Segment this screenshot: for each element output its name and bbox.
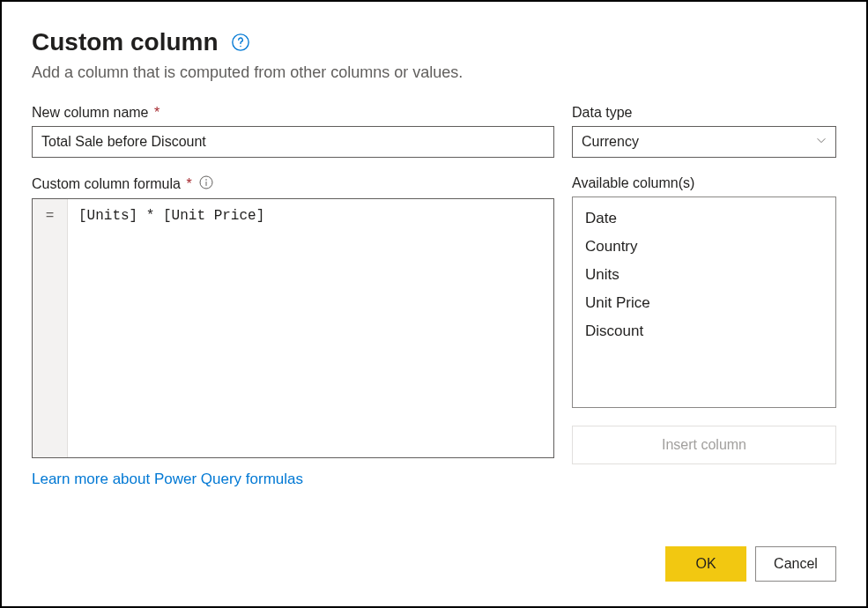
custom-column-dialog: Custom column Add a column that is compu… <box>0 0 868 608</box>
formula-text[interactable]: [Units] * [Unit Price] <box>68 199 553 457</box>
formula-label: Custom column formula * <box>32 176 192 192</box>
dialog-title: Custom column <box>32 28 219 56</box>
learn-more-link[interactable]: Learn more about Power Query formulas <box>32 471 303 488</box>
dialog-description: Add a column that is computed from other… <box>32 63 836 82</box>
ok-button[interactable]: OK <box>665 546 746 582</box>
formula-editor[interactable]: = [Units] * [Unit Price] <box>32 198 554 458</box>
required-asterisk: * <box>186 176 191 191</box>
insert-column-button[interactable]: Insert column <box>572 426 836 464</box>
data-type-select[interactable]: Currency <box>572 126 836 158</box>
available-columns-list: Date Country Units Unit Price Discount <box>572 196 836 408</box>
column-name-label-text: New column name <box>32 105 149 120</box>
list-item[interactable]: Discount <box>573 317 835 345</box>
dialog-header: Custom column <box>32 28 836 56</box>
dialog-footer: OK Cancel <box>32 520 836 582</box>
help-icon[interactable] <box>231 33 250 52</box>
column-name-label: New column name * <box>32 105 554 121</box>
list-item[interactable]: Country <box>573 233 835 261</box>
list-item[interactable]: Unit Price <box>573 289 835 317</box>
column-name-input[interactable] <box>32 126 554 158</box>
data-type-label: Data type <box>572 105 836 121</box>
formula-gutter: = <box>33 199 68 457</box>
info-icon[interactable] <box>199 175 213 193</box>
formula-label-text: Custom column formula <box>32 176 181 191</box>
svg-point-1 <box>240 46 241 47</box>
cancel-button[interactable]: Cancel <box>755 546 836 582</box>
list-item[interactable]: Units <box>573 261 835 289</box>
data-type-value: Currency <box>582 134 639 150</box>
list-item[interactable]: Date <box>573 204 835 233</box>
available-columns-label: Available column(s) <box>572 175 836 191</box>
required-asterisk: * <box>154 105 160 120</box>
svg-point-3 <box>205 179 207 181</box>
